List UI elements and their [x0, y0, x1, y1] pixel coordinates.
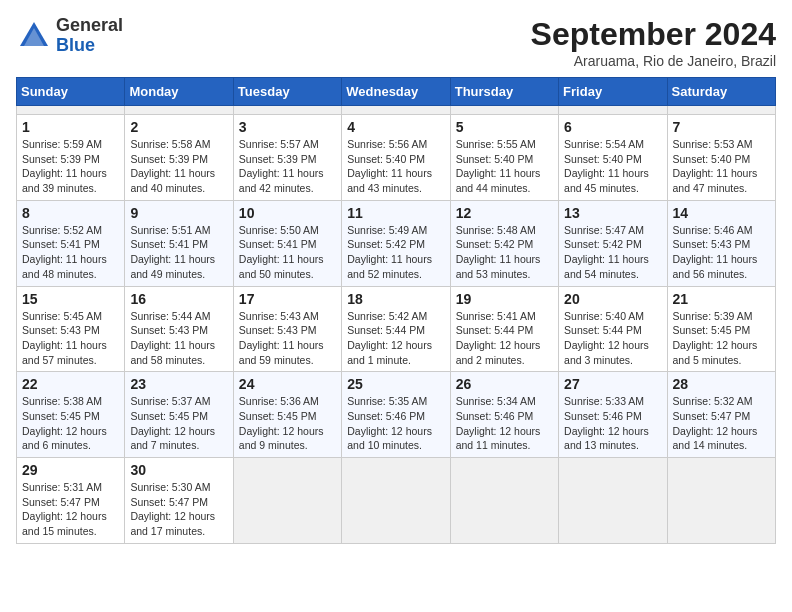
day-number: 2: [130, 119, 227, 135]
day-number: 22: [22, 376, 119, 392]
day-number: 8: [22, 205, 119, 221]
week-row-1: [17, 106, 776, 115]
day-number: 18: [347, 291, 444, 307]
calendar-cell: 15Sunrise: 5:45 AMSunset: 5:43 PMDayligh…: [17, 286, 125, 372]
day-info: Sunrise: 5:32 AMSunset: 5:47 PMDaylight:…: [673, 394, 770, 453]
calendar-cell: 27Sunrise: 5:33 AMSunset: 5:46 PMDayligh…: [559, 372, 667, 458]
day-info: Sunrise: 5:31 AMSunset: 5:47 PMDaylight:…: [22, 480, 119, 539]
day-number: 12: [456, 205, 553, 221]
calendar-cell: 1Sunrise: 5:59 AMSunset: 5:39 PMDaylight…: [17, 115, 125, 201]
calendar-cell: 17Sunrise: 5:43 AMSunset: 5:43 PMDayligh…: [233, 286, 341, 372]
day-number: 23: [130, 376, 227, 392]
calendar-cell: 7Sunrise: 5:53 AMSunset: 5:40 PMDaylight…: [667, 115, 775, 201]
calendar-cell: 2Sunrise: 5:58 AMSunset: 5:39 PMDaylight…: [125, 115, 233, 201]
day-info: Sunrise: 5:44 AMSunset: 5:43 PMDaylight:…: [130, 309, 227, 368]
calendar-cell: 8Sunrise: 5:52 AMSunset: 5:41 PMDaylight…: [17, 200, 125, 286]
calendar-cell: 21Sunrise: 5:39 AMSunset: 5:45 PMDayligh…: [667, 286, 775, 372]
day-info: Sunrise: 5:36 AMSunset: 5:45 PMDaylight:…: [239, 394, 336, 453]
calendar-cell: 11Sunrise: 5:49 AMSunset: 5:42 PMDayligh…: [342, 200, 450, 286]
day-info: Sunrise: 5:42 AMSunset: 5:44 PMDaylight:…: [347, 309, 444, 368]
week-row-3: 8Sunrise: 5:52 AMSunset: 5:41 PMDaylight…: [17, 200, 776, 286]
day-number: 16: [130, 291, 227, 307]
day-number: 9: [130, 205, 227, 221]
month-title: September 2024: [531, 16, 776, 53]
calendar-cell: 14Sunrise: 5:46 AMSunset: 5:43 PMDayligh…: [667, 200, 775, 286]
title-block: September 2024 Araruama, Rio de Janeiro,…: [531, 16, 776, 69]
day-info: Sunrise: 5:33 AMSunset: 5:46 PMDaylight:…: [564, 394, 661, 453]
calendar-cell: 26Sunrise: 5:34 AMSunset: 5:46 PMDayligh…: [450, 372, 558, 458]
calendar-cell: [450, 106, 558, 115]
dow-header-thursday: Thursday: [450, 78, 558, 106]
day-number: 11: [347, 205, 444, 221]
day-info: Sunrise: 5:38 AMSunset: 5:45 PMDaylight:…: [22, 394, 119, 453]
day-info: Sunrise: 5:56 AMSunset: 5:40 PMDaylight:…: [347, 137, 444, 196]
day-info: Sunrise: 5:58 AMSunset: 5:39 PMDaylight:…: [130, 137, 227, 196]
day-info: Sunrise: 5:45 AMSunset: 5:43 PMDaylight:…: [22, 309, 119, 368]
calendar-cell: 24Sunrise: 5:36 AMSunset: 5:45 PMDayligh…: [233, 372, 341, 458]
day-info: Sunrise: 5:48 AMSunset: 5:42 PMDaylight:…: [456, 223, 553, 282]
day-number: 4: [347, 119, 444, 135]
day-number: 15: [22, 291, 119, 307]
dow-header-friday: Friday: [559, 78, 667, 106]
day-number: 29: [22, 462, 119, 478]
dow-header-wednesday: Wednesday: [342, 78, 450, 106]
calendar-cell: [342, 458, 450, 544]
day-info: Sunrise: 5:50 AMSunset: 5:41 PMDaylight:…: [239, 223, 336, 282]
calendar-cell: [17, 106, 125, 115]
day-number: 24: [239, 376, 336, 392]
day-info: Sunrise: 5:55 AMSunset: 5:40 PMDaylight:…: [456, 137, 553, 196]
calendar-cell: [342, 106, 450, 115]
week-row-4: 15Sunrise: 5:45 AMSunset: 5:43 PMDayligh…: [17, 286, 776, 372]
calendar-cell: 3Sunrise: 5:57 AMSunset: 5:39 PMDaylight…: [233, 115, 341, 201]
day-info: Sunrise: 5:59 AMSunset: 5:39 PMDaylight:…: [22, 137, 119, 196]
day-number: 17: [239, 291, 336, 307]
day-info: Sunrise: 5:43 AMSunset: 5:43 PMDaylight:…: [239, 309, 336, 368]
calendar-cell: 4Sunrise: 5:56 AMSunset: 5:40 PMDaylight…: [342, 115, 450, 201]
calendar-cell: 16Sunrise: 5:44 AMSunset: 5:43 PMDayligh…: [125, 286, 233, 372]
day-number: 5: [456, 119, 553, 135]
day-number: 27: [564, 376, 661, 392]
day-info: Sunrise: 5:37 AMSunset: 5:45 PMDaylight:…: [130, 394, 227, 453]
calendar-cell: 6Sunrise: 5:54 AMSunset: 5:40 PMDaylight…: [559, 115, 667, 201]
calendar-cell: 18Sunrise: 5:42 AMSunset: 5:44 PMDayligh…: [342, 286, 450, 372]
dow-header-tuesday: Tuesday: [233, 78, 341, 106]
day-number: 13: [564, 205, 661, 221]
day-info: Sunrise: 5:39 AMSunset: 5:45 PMDaylight:…: [673, 309, 770, 368]
day-number: 20: [564, 291, 661, 307]
day-info: Sunrise: 5:51 AMSunset: 5:41 PMDaylight:…: [130, 223, 227, 282]
calendar-cell: [450, 458, 558, 544]
calendar-cell: 19Sunrise: 5:41 AMSunset: 5:44 PMDayligh…: [450, 286, 558, 372]
day-info: Sunrise: 5:57 AMSunset: 5:39 PMDaylight:…: [239, 137, 336, 196]
week-row-6: 29Sunrise: 5:31 AMSunset: 5:47 PMDayligh…: [17, 458, 776, 544]
calendar-cell: [233, 106, 341, 115]
dow-header-monday: Monday: [125, 78, 233, 106]
calendar-cell: 25Sunrise: 5:35 AMSunset: 5:46 PMDayligh…: [342, 372, 450, 458]
calendar-cell: [559, 458, 667, 544]
calendar-cell: [667, 458, 775, 544]
calendar-cell: 28Sunrise: 5:32 AMSunset: 5:47 PMDayligh…: [667, 372, 775, 458]
week-row-5: 22Sunrise: 5:38 AMSunset: 5:45 PMDayligh…: [17, 372, 776, 458]
day-info: Sunrise: 5:49 AMSunset: 5:42 PMDaylight:…: [347, 223, 444, 282]
dow-header-sunday: Sunday: [17, 78, 125, 106]
calendar-cell: 13Sunrise: 5:47 AMSunset: 5:42 PMDayligh…: [559, 200, 667, 286]
day-info: Sunrise: 5:54 AMSunset: 5:40 PMDaylight:…: [564, 137, 661, 196]
calendar-cell: 9Sunrise: 5:51 AMSunset: 5:41 PMDaylight…: [125, 200, 233, 286]
day-info: Sunrise: 5:47 AMSunset: 5:42 PMDaylight:…: [564, 223, 661, 282]
day-info: Sunrise: 5:35 AMSunset: 5:46 PMDaylight:…: [347, 394, 444, 453]
day-number: 25: [347, 376, 444, 392]
day-info: Sunrise: 5:34 AMSunset: 5:46 PMDaylight:…: [456, 394, 553, 453]
day-info: Sunrise: 5:41 AMSunset: 5:44 PMDaylight:…: [456, 309, 553, 368]
day-number: 30: [130, 462, 227, 478]
day-info: Sunrise: 5:40 AMSunset: 5:44 PMDaylight:…: [564, 309, 661, 368]
day-number: 14: [673, 205, 770, 221]
day-number: 10: [239, 205, 336, 221]
day-number: 28: [673, 376, 770, 392]
location-subtitle: Araruama, Rio de Janeiro, Brazil: [531, 53, 776, 69]
calendar-cell: [559, 106, 667, 115]
calendar-cell: 22Sunrise: 5:38 AMSunset: 5:45 PMDayligh…: [17, 372, 125, 458]
calendar-cell: 10Sunrise: 5:50 AMSunset: 5:41 PMDayligh…: [233, 200, 341, 286]
calendar-cell: 20Sunrise: 5:40 AMSunset: 5:44 PMDayligh…: [559, 286, 667, 372]
day-number: 7: [673, 119, 770, 135]
page-header: General Blue September 2024 Araruama, Ri…: [16, 16, 776, 69]
calendar-cell: [125, 106, 233, 115]
